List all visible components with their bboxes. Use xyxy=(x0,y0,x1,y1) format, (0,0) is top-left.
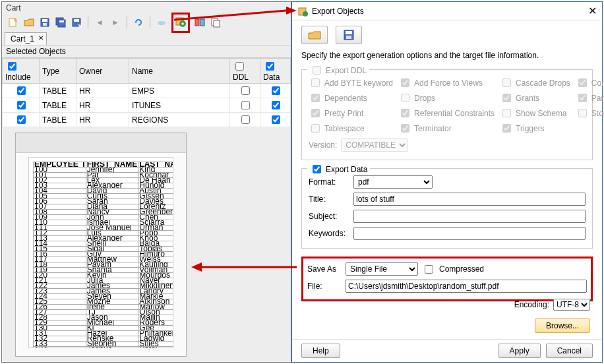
include-all-checkbox[interactable] xyxy=(8,62,16,71)
col-owner[interactable]: Owner xyxy=(76,59,129,84)
save-all-icon[interactable] xyxy=(55,16,67,28)
tab-label: Cart_1 xyxy=(11,34,34,44)
subject-label: Subject: xyxy=(309,212,349,221)
col-data: Data xyxy=(263,73,280,82)
row-owner: HR xyxy=(76,84,129,98)
row-ddl-checkbox[interactable] xyxy=(241,86,250,95)
export-ddl-fieldset: Export DDL Add BYTE keyword Add Force to… xyxy=(301,69,593,160)
svg-rect-15 xyxy=(214,20,220,27)
saveas-label: Save As xyxy=(307,264,342,274)
svg-point-17 xyxy=(303,11,308,16)
opt-partitioning xyxy=(578,94,587,102)
row-owner: HR xyxy=(76,98,129,113)
dialog-close-icon[interactable]: ✕ xyxy=(588,5,597,17)
col-name[interactable]: Name xyxy=(129,59,230,84)
table-row[interactable]: TABLE HR REGIONS xyxy=(3,113,291,127)
col-type[interactable]: Type xyxy=(40,59,76,84)
new-icon[interactable] xyxy=(7,16,19,28)
row-type: TABLE xyxy=(40,98,76,113)
export-button-highlight xyxy=(171,13,190,33)
svg-rect-12 xyxy=(195,19,199,26)
table-header-row: Include Type Owner Name DDL Data xyxy=(3,59,291,84)
table-row[interactable]: TABLE HR ITUNES xyxy=(3,98,291,113)
close-tab-icon[interactable]: ✕ xyxy=(38,34,44,42)
dialog-description: Specify the export generation options an… xyxy=(301,51,593,60)
data-all-checkbox[interactable] xyxy=(266,62,274,71)
compare-icon[interactable] xyxy=(194,16,206,28)
preview-chrome xyxy=(16,133,186,153)
row-owner: HR xyxy=(76,113,129,127)
row-ddl-checkbox[interactable] xyxy=(241,115,250,124)
table-row[interactable]: TABLE HR EMPS xyxy=(3,84,291,98)
opt-storage xyxy=(578,109,587,117)
browse-button[interactable]: Browse... xyxy=(535,318,590,333)
cancel-button[interactable]: Cancel xyxy=(546,344,593,358)
objects-table: Include Type Owner Name DDL Data TABLE H… xyxy=(2,58,291,127)
export-ddl-checkbox xyxy=(313,66,321,75)
col-ddl: DDL xyxy=(233,73,249,82)
help-button[interactable]: Help xyxy=(301,344,340,358)
opt-force xyxy=(401,78,409,87)
row-include-checkbox[interactable] xyxy=(17,86,26,95)
back-icon[interactable]: ◄ xyxy=(94,16,106,28)
row-data-checkbox[interactable] xyxy=(272,115,280,124)
row-include-checkbox[interactable] xyxy=(17,101,26,109)
opt-tablespace xyxy=(311,124,320,133)
title-label: Title: xyxy=(309,195,349,204)
save-icon[interactable] xyxy=(39,16,51,28)
opt-grants xyxy=(502,94,511,102)
ddl-all-checkbox[interactable] xyxy=(235,62,244,71)
row-ddl-checkbox[interactable] xyxy=(241,101,250,109)
version-label: Version: xyxy=(309,140,337,150)
svg-rect-19 xyxy=(346,31,352,34)
export-dialog: Export Objects ✕ Specify the export gene… xyxy=(291,1,603,363)
apply-button[interactable]: Apply xyxy=(498,344,541,358)
cart-tab[interactable]: Cart_1 ✕ xyxy=(5,32,47,45)
row-name: EMPS xyxy=(129,84,230,98)
svg-rect-8 xyxy=(74,19,79,22)
title-input[interactable] xyxy=(353,193,586,206)
compressed-checkbox[interactable] xyxy=(425,265,433,274)
compressed-label: Compressed xyxy=(439,264,484,274)
svg-rect-13 xyxy=(200,19,204,26)
row-include-checkbox[interactable] xyxy=(17,115,26,124)
saveas-icon[interactable] xyxy=(71,16,82,28)
copy-icon[interactable] xyxy=(210,16,222,28)
export-ddl-legend: Export DDL xyxy=(326,66,367,75)
subject-input[interactable] xyxy=(353,210,586,223)
cart-title: Cart xyxy=(2,2,291,13)
svg-point-9 xyxy=(157,20,166,26)
cloud-icon[interactable] xyxy=(156,16,167,28)
version-select: COMPATIBLE xyxy=(341,138,408,152)
save-highlight-area: Save As Single File Compressed File: xyxy=(301,257,593,301)
saveas-select[interactable]: Single File xyxy=(346,262,418,276)
col-include: Include xyxy=(5,73,31,82)
open-config-button[interactable] xyxy=(301,26,328,44)
format-select[interactable]: pdf xyxy=(353,175,433,189)
opt-byte xyxy=(311,78,320,87)
opt-cascade xyxy=(502,78,511,87)
row-data-checkbox[interactable] xyxy=(272,86,280,95)
toolbar-separator xyxy=(88,16,88,28)
save-config-button[interactable] xyxy=(336,26,362,44)
row-name: REGIONS xyxy=(129,113,230,127)
pdf-preview: EMPLOYEE_IFIRST_NAMELAST_NAME100Jennifer… xyxy=(15,133,187,357)
svg-rect-6 xyxy=(59,20,64,22)
encoding-select[interactable]: UTF-8 xyxy=(553,299,590,311)
opt-pretty xyxy=(311,109,320,117)
forward-icon[interactable]: ► xyxy=(109,16,121,28)
refresh-icon[interactable] xyxy=(133,16,144,28)
dialog-titlebar: Export Objects ✕ xyxy=(292,2,602,20)
export-data-checkbox[interactable] xyxy=(313,165,321,173)
format-label: Format: xyxy=(309,177,349,187)
row-data-checkbox[interactable] xyxy=(272,101,280,109)
file-input[interactable] xyxy=(346,280,587,293)
opt-ref xyxy=(401,109,409,117)
keywords-input[interactable] xyxy=(353,227,586,240)
export-icon[interactable] xyxy=(175,16,187,28)
opt-triggers xyxy=(502,124,511,133)
section-label: Selected Objects xyxy=(2,45,291,58)
export-dialog-icon xyxy=(297,6,308,16)
open-icon[interactable] xyxy=(23,16,35,28)
toolbar-separator xyxy=(150,16,150,28)
